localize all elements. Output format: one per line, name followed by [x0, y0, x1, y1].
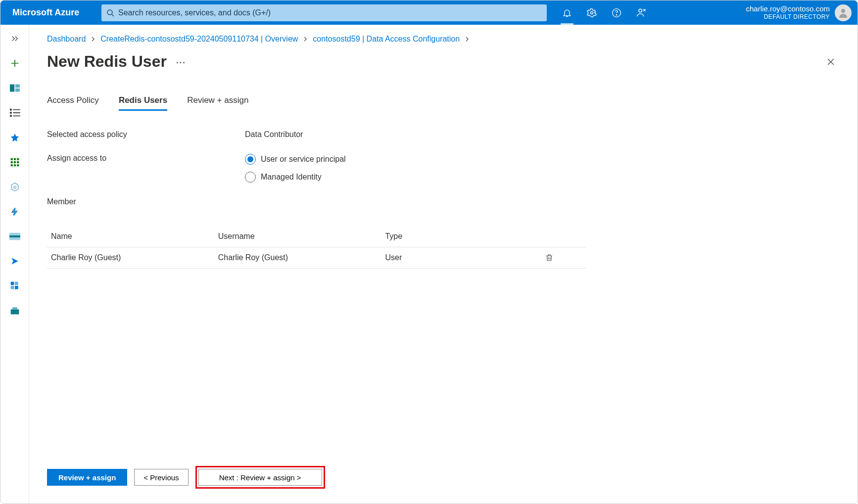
svg-point-4 — [616, 14, 617, 15]
help-icon[interactable] — [604, 0, 629, 25]
account-directory: DEFAULT DIRECTORY — [746, 13, 830, 20]
tab-access-policy[interactable]: Access Policy — [47, 95, 99, 110]
svg-rect-21 — [10, 161, 12, 163]
create-resource-icon[interactable] — [8, 56, 22, 70]
svg-rect-30 — [10, 282, 14, 285]
breadcrumb-deployment[interactable]: CreateRedis-contosostd59-20240509110734 … — [100, 35, 298, 44]
account-email: charlie.roy@contoso.com — [746, 4, 830, 13]
cell-type: User — [381, 247, 540, 269]
settings-icon[interactable] — [579, 0, 604, 25]
radio-user-principal-label: User or service principal — [261, 155, 346, 164]
page-title: New Redis User — [47, 52, 167, 71]
svg-rect-28 — [9, 235, 20, 238]
svg-point-6 — [841, 9, 845, 13]
svg-rect-26 — [17, 164, 19, 166]
delete-row-button[interactable] — [541, 247, 586, 269]
functions-icon[interactable] — [8, 205, 22, 219]
svg-line-1 — [112, 14, 114, 16]
topbar-icons — [555, 0, 654, 25]
svg-rect-29 — [9, 238, 20, 240]
radio-bullet-icon — [245, 172, 256, 183]
row-assign-access: Assign access to User or service princip… — [47, 154, 840, 183]
next-review-assign-button[interactable]: Next : Review + assign > — [198, 469, 322, 486]
service-icon-hex[interactable] — [8, 180, 22, 194]
svg-rect-9 — [10, 85, 14, 92]
svg-rect-10 — [15, 85, 19, 88]
previous-button[interactable]: < Previous — [134, 469, 188, 486]
account-section[interactable]: charlie.roy@contoso.com DEFAULT DIRECTOR… — [746, 4, 858, 21]
form: Selected access policy Data Contributor … — [47, 130, 840, 269]
svg-rect-33 — [15, 286, 18, 289]
dashboard-icon[interactable] — [8, 81, 22, 95]
cosmos-icon[interactable] — [8, 254, 22, 268]
selected-policy-value: Data Contributor — [245, 130, 303, 139]
svg-rect-32 — [10, 286, 14, 289]
left-nav-rail — [0, 25, 29, 504]
topbar: Microsoft Azure Search resources, servic… — [0, 0, 858, 25]
chevron-right-icon — [91, 37, 95, 42]
svg-rect-19 — [13, 158, 15, 160]
search-input[interactable]: Search resources, services, and docs (G+… — [101, 4, 547, 21]
svg-point-16 — [10, 115, 11, 117]
all-services-icon[interactable] — [8, 106, 22, 120]
svg-point-12 — [10, 109, 11, 110]
favorites-icon[interactable] — [8, 131, 22, 144]
svg-rect-22 — [13, 161, 15, 163]
svg-point-14 — [10, 112, 11, 114]
svg-rect-20 — [17, 158, 19, 160]
col-actions — [541, 226, 586, 247]
radio-user-or-service-principal[interactable]: User or service principal — [245, 154, 346, 165]
more-actions-icon[interactable]: ··· — [176, 55, 186, 69]
svg-point-2 — [591, 11, 593, 14]
svg-rect-23 — [17, 161, 19, 163]
notifications-icon[interactable] — [555, 0, 579, 25]
svg-point-5 — [639, 9, 642, 12]
col-name: Name — [47, 226, 214, 247]
svg-rect-34 — [10, 310, 19, 315]
breadcrumb: Dashboard CreateRedis-contosostd59-20240… — [47, 35, 840, 44]
tabs: Access Policy Redis Users Review + assig… — [47, 95, 840, 110]
assign-access-label: Assign access to — [47, 154, 245, 163]
member-section-label: Member — [47, 197, 840, 206]
title-bar: New Redis User ··· — [47, 52, 840, 71]
kubernetes-icon[interactable] — [8, 279, 22, 293]
feedback-icon[interactable] — [629, 0, 654, 25]
svg-rect-11 — [15, 89, 19, 92]
assign-access-radios: User or service principal Managed Identi… — [245, 154, 346, 183]
radio-managed-identity-label: Managed Identity — [261, 173, 322, 182]
breadcrumb-data-access[interactable]: contosostd59 | Data Access Configuration — [313, 35, 460, 44]
svg-rect-31 — [15, 282, 18, 285]
close-button[interactable] — [822, 53, 840, 71]
main-content: Dashboard CreateRedis-contosostd59-20240… — [29, 25, 858, 504]
cell-name: Charlie Roy (Guest) — [47, 247, 214, 269]
review-assign-button[interactable]: Review + assign — [47, 469, 127, 486]
cell-username: Charlie Roy (Guest) — [214, 247, 381, 269]
table-header-row: Name Username Type — [47, 226, 586, 247]
avatar[interactable] — [835, 4, 852, 21]
radio-managed-identity[interactable]: Managed Identity — [245, 172, 346, 183]
brand-label[interactable]: Microsoft Azure — [0, 7, 99, 18]
members-table: Name Username Type Charlie Roy (Guest) C… — [47, 226, 586, 269]
chevron-right-icon — [303, 37, 308, 42]
search-icon — [106, 9, 114, 17]
svg-rect-27 — [9, 233, 20, 235]
tab-redis-users[interactable]: Redis Users — [119, 95, 167, 110]
sql-icon[interactable] — [8, 229, 22, 243]
search-wrap: Search resources, services, and docs (G+… — [99, 4, 549, 21]
table-row: Charlie Roy (Guest) Charlie Roy (Guest) … — [47, 247, 586, 269]
selected-policy-label: Selected access policy — [47, 130, 245, 139]
search-placeholder: Search resources, services, and docs (G+… — [118, 8, 271, 17]
app-services-icon[interactable] — [8, 155, 22, 169]
radio-bullet-icon — [245, 154, 256, 165]
expand-nav-icon[interactable] — [8, 32, 22, 46]
footer-buttons: Review + assign < Previous Next : Review… — [47, 466, 325, 489]
svg-rect-24 — [10, 164, 12, 166]
account-text: charlie.roy@contoso.com DEFAULT DIRECTOR… — [746, 4, 830, 20]
storage-icon[interactable] — [8, 304, 22, 318]
col-type: Type — [381, 226, 540, 247]
row-selected-policy: Selected access policy Data Contributor — [47, 130, 840, 139]
next-button-highlight: Next : Review + assign > — [195, 466, 325, 489]
breadcrumb-dashboard[interactable]: Dashboard — [47, 35, 86, 44]
svg-point-0 — [107, 10, 112, 15]
tab-review-assign[interactable]: Review + assign — [187, 95, 248, 110]
